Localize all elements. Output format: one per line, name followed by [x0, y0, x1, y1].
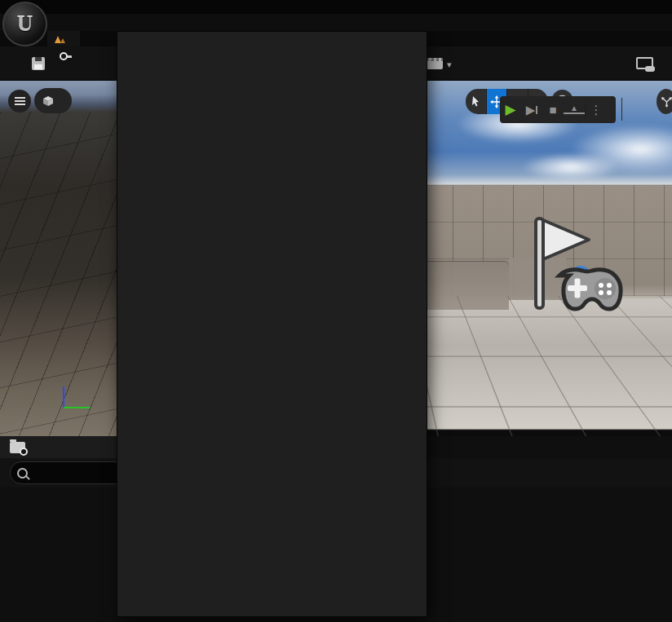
cursor-icon	[470, 95, 482, 108]
save-icon[interactable]	[32, 57, 45, 70]
cube-icon	[42, 95, 54, 107]
snap-icon	[661, 95, 672, 108]
frame-skip-button[interactable]: ▶	[521, 103, 542, 117]
ue-editor-window: U ▾ ▶ ▶ ■ ▲ ⋮	[0, 0, 672, 622]
tab-map-world[interactable]	[47, 31, 80, 46]
search-icon	[17, 468, 28, 479]
platforms-icon[interactable]	[636, 57, 653, 69]
player-start-sprite[interactable]	[522, 217, 640, 327]
main-menubar	[0, 14, 672, 31]
unreal-logo: U	[2, 2, 47, 46]
level-icon	[54, 33, 66, 44]
select-tool-button[interactable]	[466, 89, 487, 114]
stop-button[interactable]: ■	[542, 103, 564, 117]
viewport-menu-button[interactable]	[8, 90, 31, 112]
axis-gizmo	[54, 380, 103, 417]
window-menu-popup	[117, 31, 427, 617]
chevron-down-icon[interactable]: ▾	[447, 60, 452, 70]
grid-snap-button[interactable]	[657, 89, 672, 114]
play-controls: ▶ ▶ ■ ▲ ⋮	[500, 96, 616, 123]
annotation-menu-row	[0, 0, 672, 14]
content-browser-icon	[10, 442, 25, 453]
cloud	[522, 153, 620, 181]
play-options-menu[interactable]: ⋮	[585, 103, 607, 117]
cinematics-icon[interactable]	[427, 58, 443, 69]
play-button[interactable]: ▶	[500, 101, 521, 118]
hamburger-icon	[15, 100, 25, 102]
toolbar-divider	[621, 98, 622, 121]
perspective-selector[interactable]	[34, 88, 72, 113]
eject-button[interactable]: ▲	[564, 105, 585, 114]
